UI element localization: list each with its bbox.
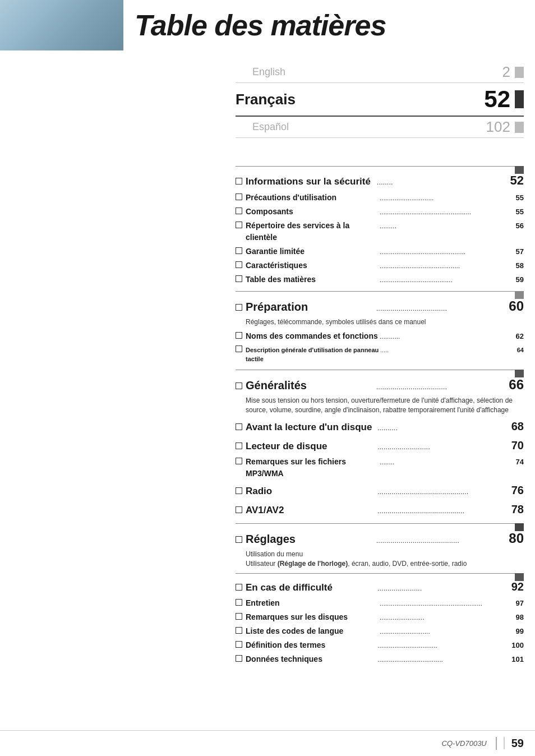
checkbox-noms xyxy=(236,332,242,339)
toc-item-noms: Noms des commandes et fonctions ........… xyxy=(236,329,524,343)
checkbox-garantie xyxy=(236,247,242,254)
toc-item-preparation: Préparation ............................… xyxy=(236,295,524,317)
lang-bar-francais xyxy=(515,90,524,108)
label-donnees: Données techniques xyxy=(246,653,377,665)
dots-avant: .......... xyxy=(377,422,509,434)
dots-lecteur: .......................... xyxy=(377,441,509,453)
dots-radio: ........................................… xyxy=(377,486,509,497)
label-noms: Noms des commandes et fonctions xyxy=(246,330,380,342)
toc-item-table: Table des matières .....................… xyxy=(236,273,524,287)
page-precautions: 55 xyxy=(516,192,524,204)
checkbox-liste-codes xyxy=(236,627,242,634)
dots-generalites: ................................... xyxy=(376,381,507,393)
checkbox-composants xyxy=(236,208,242,214)
toc-item-radio: Radio ..................................… xyxy=(236,481,524,500)
toc-item-repertoire: Répertoire des services à la clientèle .… xyxy=(236,219,524,245)
dots-definition: ................................ xyxy=(377,640,509,651)
page-noms: 62 xyxy=(516,331,524,342)
label-av12: AV1/AV2 xyxy=(246,503,377,518)
label-encas: En cas de difficulté xyxy=(246,580,377,595)
checkbox-informations xyxy=(236,178,242,185)
toc-item-entretien: Entretien ..............................… xyxy=(236,596,524,610)
dots-precautions: ............................. xyxy=(380,193,514,203)
page-title: Table des matières xyxy=(135,8,386,42)
checkbox-donnees xyxy=(236,655,242,662)
checkbox-repertoire xyxy=(236,222,242,228)
dots-av12: ........................................… xyxy=(377,505,509,517)
label-precautions: Précautions d'utilisation xyxy=(246,192,380,204)
label-informations: Informations sur la sécurité xyxy=(246,174,377,189)
lang-item-espanol: Español 102 xyxy=(236,117,524,138)
dots-remarques-mp3: ........ xyxy=(380,457,514,467)
checkbox-encas xyxy=(236,584,242,591)
label-description: Description générale d'utilisation de pa… xyxy=(246,345,380,364)
toc-item-description: Description générale d'utilisation de pa… xyxy=(236,343,524,365)
subtext-generalites: Mise sous tension ou hors tension, ouver… xyxy=(246,396,524,415)
footer-page: 59 xyxy=(504,737,524,749)
label-entretien: Entretien xyxy=(246,597,380,609)
lang-number-espanol: 102 xyxy=(486,118,510,136)
dots-caracteristiques: ........................................… xyxy=(380,261,514,271)
toc-item-generalites: Généralités ............................… xyxy=(236,374,524,396)
page-donnees: 101 xyxy=(511,654,524,665)
page-lecteur: 70 xyxy=(511,437,524,454)
lang-item-francais: Français 52 xyxy=(236,83,524,117)
checkbox-caracteristiques xyxy=(236,261,242,268)
header: Table des matières xyxy=(0,0,535,50)
toc-section-1: Informations sur la sécurité ........ 52… xyxy=(236,166,524,287)
page-definition: 100 xyxy=(511,640,524,651)
checkbox-definition xyxy=(236,641,242,648)
dots-reglages: ........................................… xyxy=(376,535,507,546)
page-generalites: 66 xyxy=(509,375,524,395)
checkbox-entretien xyxy=(236,599,242,606)
dots-composants: ........................................… xyxy=(380,207,514,217)
dots-table: ....................................... xyxy=(380,275,514,285)
label-remarques-disques: Remarques sur les disques xyxy=(246,611,380,623)
checkbox-avant xyxy=(236,423,242,430)
lang-bar-english xyxy=(515,67,524,78)
page-garantie: 57 xyxy=(516,246,524,257)
toc-item-remarques-mp3: Remarques sur les fichiers MP3/WMA .....… xyxy=(236,455,524,481)
dots-donnees: ................................... xyxy=(377,654,509,665)
dots-informations: ........ xyxy=(377,177,508,188)
page-table: 59 xyxy=(516,274,524,285)
checkbox-generalites xyxy=(236,382,242,389)
label-composants: Composants xyxy=(246,206,380,218)
language-nav: English 2 Français 52 Español 102 xyxy=(236,62,524,138)
footer-page-separator: 59 xyxy=(496,737,524,750)
checkbox-remarques-mp3 xyxy=(236,458,242,464)
label-lecteur: Lecteur de disque xyxy=(246,439,377,454)
toc-item-lecteur: Lecteur de disque ......................… xyxy=(236,436,524,455)
lang-bar-espanol xyxy=(515,122,524,133)
lang-name-francais: Français xyxy=(236,91,484,108)
label-generalites: Généralités xyxy=(246,377,376,394)
page-description: 64 xyxy=(517,345,524,355)
toc-item-composants: Composants .............................… xyxy=(236,205,524,219)
page-caracteristiques: 58 xyxy=(516,260,524,271)
dots-encas: ...................... xyxy=(377,583,509,594)
page-repertoire: 56 xyxy=(516,220,524,232)
checkbox-remarques-disques xyxy=(236,613,242,620)
dots-noms: ........... xyxy=(380,331,514,342)
page-av12: 78 xyxy=(511,501,524,518)
checkbox-lecteur xyxy=(236,442,242,449)
checkbox-preparation xyxy=(236,304,242,311)
dots-garantie: ........................................… xyxy=(380,247,514,257)
footer-model: CQ-VD7003U xyxy=(442,739,487,748)
toc-item-garantie: Garantie limitée .......................… xyxy=(236,245,524,259)
dots-liste-codes: ........................... xyxy=(380,626,514,637)
page-reglages: 80 xyxy=(509,528,524,548)
page-preparation: 60 xyxy=(509,296,524,316)
label-definition: Définition des termes xyxy=(246,639,377,651)
dots-entretien: ........................................… xyxy=(380,598,514,609)
lang-number-english: 2 xyxy=(502,63,510,81)
page-liste-codes: 99 xyxy=(516,626,524,637)
toc-item-definition: Définition des termes ..................… xyxy=(236,638,524,652)
toc-item-informations: Informations sur la sécurité ........ 52 xyxy=(236,170,524,191)
checkbox-description xyxy=(236,345,242,352)
checkbox-reglages xyxy=(236,536,242,543)
subtext-preparation: Réglages, télécommande, symboles utilisé… xyxy=(246,317,524,327)
toc-item-encas: En cas de difficulté ...................… xyxy=(236,577,524,596)
checkbox-radio xyxy=(236,487,242,494)
toc-item-avant: Avant la lecture d'un disque .......... … xyxy=(236,417,524,436)
